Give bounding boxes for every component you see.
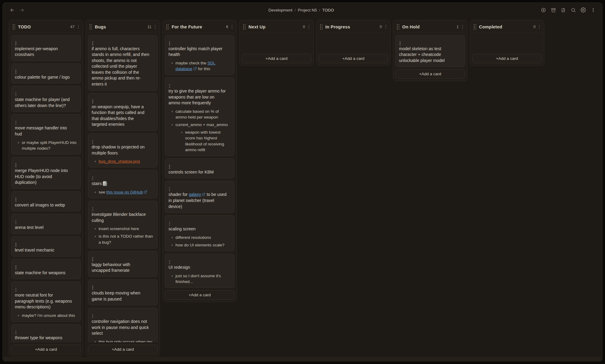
- card[interactable]: convert all images to webp: [11, 191, 81, 212]
- column-menu-icon[interactable]: [385, 24, 387, 30]
- card-menu-icon[interactable]: [92, 99, 94, 104]
- card[interactable]: if ammo is full, characters stands in am…: [88, 35, 158, 91]
- card-list: controller lights match player healthmay…: [165, 35, 234, 288]
- drag-handle-icon[interactable]: [90, 24, 92, 30]
- back-icon[interactable]: [9, 7, 15, 13]
- card[interactable]: laggy behaviour with uncapped framerate: [88, 251, 158, 277]
- card[interactable]: shader for galaxy to be used in planet s…: [165, 181, 234, 213]
- card-menu-icon[interactable]: [15, 265, 17, 270]
- card[interactable]: merge PlayerHUD node into HUD node (to a…: [11, 157, 81, 189]
- card-link[interactable]: bug_drop_shadow.png: [99, 159, 140, 164]
- card-title: UI redesign: [168, 265, 231, 271]
- note-text: see this issue on GitHub: [99, 189, 147, 195]
- card-menu-icon[interactable]: [15, 41, 17, 46]
- card[interactable]: clouds keep moving when game is paused: [88, 279, 158, 305]
- add-card-button[interactable]: +Add a card: [165, 290, 234, 300]
- horizontal-scrollbar[interactable]: [3, 357, 602, 361]
- card-menu-icon[interactable]: [168, 221, 171, 226]
- column-menu-icon[interactable]: [538, 24, 541, 30]
- add-card-button[interactable]: +Add a card: [88, 345, 158, 354]
- card-menu-icon[interactable]: [92, 139, 94, 145]
- breadcrumb: Development / Project N5 / TODO: [268, 8, 334, 12]
- card-menu-icon[interactable]: [15, 197, 17, 202]
- card[interactable]: stairssee this issue on GitHub: [88, 170, 158, 198]
- card-menu-icon[interactable]: [15, 242, 17, 247]
- column-completed: Completed0+Add a card: [470, 20, 544, 66]
- add-card-button[interactable]: +Add a card: [11, 345, 81, 354]
- card[interactable]: state machine for player (and others lat…: [11, 86, 81, 112]
- card[interactable]: UI redesignjust so I don't assume it's f…: [165, 254, 234, 288]
- card-link[interactable]: galaxy: [189, 192, 201, 197]
- add-card-button[interactable]: +Add a card: [472, 54, 542, 63]
- card-title: clouds keep moving when game is paused: [92, 290, 154, 302]
- drag-handle-icon[interactable]: [166, 24, 169, 30]
- card[interactable]: implement per-weapon crosshairs: [11, 35, 81, 61]
- drag-handle-icon[interactable]: [397, 24, 400, 30]
- breadcrumb-item[interactable]: Development: [268, 8, 293, 12]
- card-menu-icon[interactable]: [15, 92, 17, 97]
- card[interactable]: scaling screendifferent resolutionshow d…: [165, 215, 234, 251]
- card[interactable]: try to give the player ammo for weapons …: [165, 77, 234, 156]
- drag-handle-icon[interactable]: [243, 24, 246, 30]
- card[interactable]: controls screen for KBM: [165, 158, 234, 179]
- archive-icon[interactable]: [550, 7, 556, 13]
- add-card-button[interactable]: +Add a card: [242, 54, 311, 63]
- column-for-the-future: For the Future6controller lights match p…: [162, 20, 237, 302]
- drag-handle-icon[interactable]: [474, 24, 476, 30]
- card-menu-icon[interactable]: [92, 257, 94, 262]
- add-card-button[interactable]: +Add a card: [319, 54, 388, 63]
- card-menu-icon[interactable]: [15, 330, 17, 335]
- card-title: state machine for weapons: [15, 270, 77, 276]
- breadcrumb-item[interactable]: Project N5: [298, 8, 317, 12]
- card-link[interactable]: this issue on GitHub: [106, 190, 143, 194]
- file-icon[interactable]: [560, 7, 566, 13]
- card-menu-icon[interactable]: [15, 120, 17, 125]
- card[interactable]: controller navigation does not work in p…: [88, 308, 158, 342]
- column-count: 47: [70, 24, 74, 29]
- column-menu-icon[interactable]: [462, 24, 464, 30]
- card[interactable]: arena test level: [11, 214, 81, 234]
- card[interactable]: drop shadow is projected on multiple flo…: [88, 133, 158, 167]
- search-icon[interactable]: [570, 7, 576, 13]
- column-title: In Progress: [325, 24, 350, 29]
- card[interactable]: level travel mechanic: [11, 236, 81, 257]
- more-icon[interactable]: [590, 7, 596, 13]
- card-menu-icon[interactable]: [168, 260, 171, 265]
- drag-handle-icon[interactable]: [13, 24, 15, 30]
- card-menu-icon[interactable]: [168, 83, 171, 89]
- column-menu-icon[interactable]: [308, 24, 310, 30]
- column-menu-icon[interactable]: [231, 24, 233, 30]
- card-menu-icon[interactable]: [15, 69, 17, 74]
- card[interactable]: thrower type for weapons: [11, 324, 81, 342]
- card-menu-icon[interactable]: [92, 285, 94, 290]
- card[interactable]: move message handler into hudor maybe sp…: [11, 114, 81, 154]
- add-card-button[interactable]: +Add a card: [395, 69, 465, 79]
- card-menu-icon[interactable]: [168, 187, 171, 192]
- card[interactable]: on weapon unequip, have a function that …: [88, 93, 158, 131]
- bullet-icon: [95, 161, 96, 162]
- column-menu-icon[interactable]: [154, 24, 156, 30]
- card[interactable]: more neutral font for paragraph texts (e…: [11, 281, 81, 322]
- card[interactable]: colour palette for game / logo: [11, 63, 81, 84]
- card-menu-icon[interactable]: [92, 41, 94, 46]
- card[interactable]: controller lights match player healthmay…: [165, 35, 234, 75]
- card-menu-icon[interactable]: [168, 164, 171, 169]
- settings-icon[interactable]: [580, 7, 586, 13]
- card-menu-icon[interactable]: [168, 41, 171, 46]
- card-menu-icon[interactable]: [15, 288, 17, 293]
- card[interactable]: state machine for weapons: [11, 259, 81, 279]
- card-menu-icon[interactable]: [92, 207, 94, 212]
- card-menu-icon[interactable]: [15, 163, 17, 168]
- new-card-icon[interactable]: [540, 7, 546, 13]
- card-menu-icon[interactable]: [15, 220, 17, 225]
- card-title: on weapon unequip, have a function that …: [92, 104, 154, 128]
- card[interactable]: investigate Blender backface cullinginse…: [88, 201, 158, 249]
- drag-handle-icon[interactable]: [320, 24, 323, 30]
- card-menu-icon[interactable]: [92, 176, 94, 181]
- card-menu-icon[interactable]: [92, 314, 94, 319]
- breadcrumb-item-current: TODO: [322, 8, 334, 12]
- column-menu-icon[interactable]: [77, 24, 80, 30]
- card-menu-icon[interactable]: [399, 41, 401, 46]
- forward-icon[interactable]: [19, 7, 25, 13]
- card[interactable]: model skeleton as test character + cheat…: [395, 35, 465, 67]
